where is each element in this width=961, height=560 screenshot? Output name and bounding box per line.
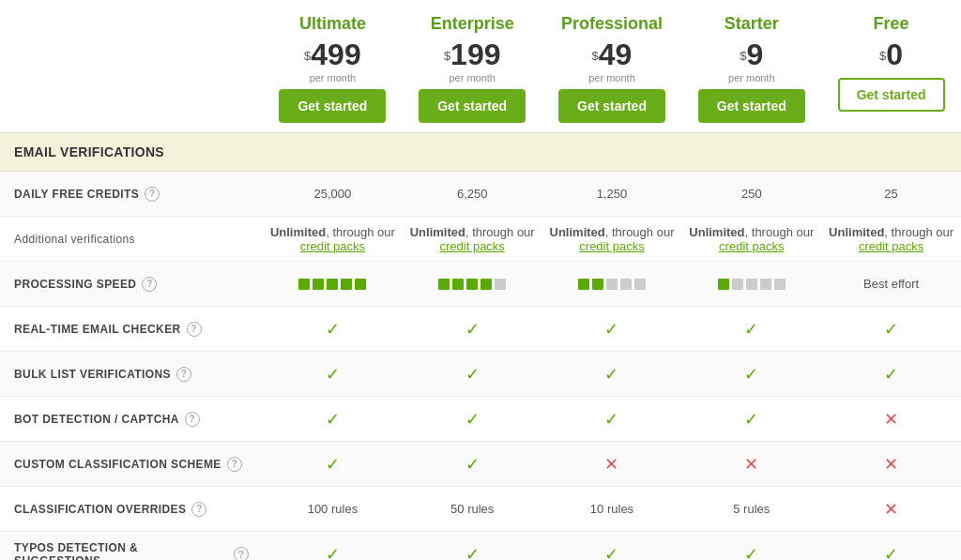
section-header: EMAIL VERIFICATIONS: [0, 132, 961, 172]
plan-price: $9per month: [686, 38, 816, 83]
info-icon[interactable]: ?: [191, 502, 206, 517]
cross-icon: ✕: [884, 455, 898, 474]
feature-label: PROCESSING SPEED?: [0, 267, 263, 301]
feature-cell: ✓: [263, 311, 403, 347]
price-amount: 9: [747, 38, 764, 71]
get-started-button-ultimate[interactable]: Get started: [279, 89, 386, 123]
speed-bar-filled: [466, 279, 478, 290]
plan-header-ultimate: Ultimate$499per monthGet started: [263, 9, 403, 128]
price-amount: 199: [450, 38, 500, 71]
feature-label: DAILY FREE CREDITS?: [0, 177, 263, 211]
plan-header-free: Free$0Get started: [821, 9, 961, 128]
feature-label-text: DAILY FREE CREDITS: [14, 188, 139, 201]
feature-row: BULK LIST VERIFICATIONS?✓✓✓✓✓: [0, 352, 961, 397]
get-started-button-enterprise[interactable]: Get started: [419, 89, 526, 123]
feature-label: BOT DETECTION / CAPTCHA?: [0, 402, 263, 436]
feature-row: CUSTOM CLASSIFICATION SCHEME?✓✓✕✕✕: [0, 442, 961, 487]
check-icon: ✓: [604, 545, 618, 560]
speed-bar-filled: [341, 279, 352, 290]
unlimited-text: Unlimited: [410, 225, 465, 239]
check-icon: ✓: [465, 320, 480, 339]
check-icon: ✓: [326, 545, 340, 560]
feature-cell: Unlimited, through our credit packs: [263, 218, 403, 261]
feature-cell: 5 rules: [681, 494, 821, 523]
plan-price: $499per month: [267, 38, 398, 83]
credit-text: Unlimited, through our credit packs: [547, 225, 678, 253]
feature-cell: ✕: [821, 401, 961, 437]
speed-bar-filled: [355, 279, 366, 290]
plan-header-enterprise: Enterprise$199per monthGet started: [403, 9, 542, 128]
speed-bar-filled: [718, 279, 729, 290]
feature-label-text: BOT DETECTION / CAPTCHA: [14, 413, 179, 426]
check-icon: ✓: [465, 455, 480, 474]
feature-label: REAL-TIME EMAIL CHECKER?: [0, 312, 263, 346]
speed-bar-empty: [760, 279, 771, 290]
info-icon[interactable]: ?: [176, 367, 191, 382]
check-icon: ✓: [326, 410, 340, 429]
feature-row: Additional verificationsUnlimited, throu…: [0, 217, 961, 262]
info-icon[interactable]: ?: [187, 322, 202, 337]
get-started-button-professional[interactable]: Get started: [558, 89, 665, 123]
feature-label: CLASSIFICATION OVERRIDES?: [0, 492, 263, 526]
feature-cell: ✕: [542, 446, 682, 482]
check-icon: ✓: [604, 365, 618, 384]
unlimited-text: Unlimited: [689, 225, 744, 239]
feature-cell: ✓: [821, 537, 961, 560]
speed-bar-filled: [592, 279, 603, 290]
dollar-sign: $: [592, 49, 599, 63]
feature-cell: ✓: [542, 311, 682, 347]
cross-icon: ✕: [744, 455, 758, 474]
price-amount: 0: [886, 38, 903, 71]
feature-label-text: PROCESSING SPEED: [14, 278, 136, 291]
info-icon[interactable]: ?: [227, 457, 242, 472]
feature-cell: ✓: [403, 356, 542, 392]
plan-name: Professional: [547, 14, 678, 34]
speed-bar-filled: [327, 279, 338, 290]
feature-cell: Unlimited, through our credit packs: [821, 218, 961, 261]
check-icon: ✓: [465, 545, 480, 560]
feature-cell: 6,250: [403, 179, 542, 208]
feature-cell: 25: [821, 179, 961, 208]
speed-bars: [686, 279, 816, 290]
pricing-table: Ultimate$499per monthGet startedEnterpri…: [0, 0, 961, 560]
info-icon[interactable]: ?: [142, 277, 157, 292]
check-icon: ✓: [465, 410, 480, 429]
section-title: EMAIL VERIFICATIONS: [0, 133, 961, 171]
credit-packs-link[interactable]: credit packs: [719, 239, 784, 253]
feature-cell: ✓: [403, 401, 542, 437]
speed-bar-empty: [620, 279, 632, 290]
feature-row: TYPOS DETECTION & SUGGESTIONS?✓✓✓✓✓: [0, 532, 961, 560]
feature-cell: [263, 271, 403, 297]
feature-cell: ✓: [263, 401, 403, 437]
check-icon: ✓: [884, 320, 898, 339]
plan-header-starter: Starter$9per monthGet started: [681, 9, 821, 128]
plan-header-professional: Professional$49per monthGet started: [542, 9, 682, 128]
feature-cell: Best effort: [821, 269, 961, 298]
cross-icon: ✕: [884, 500, 898, 519]
get-started-button-starter[interactable]: Get started: [698, 89, 805, 123]
check-icon: ✓: [604, 320, 618, 339]
feature-cell: 10 rules: [542, 494, 682, 523]
speed-bar-filled: [298, 279, 310, 290]
feature-cell: Unlimited, through our credit packs: [681, 218, 821, 261]
info-icon[interactable]: ?: [234, 547, 249, 560]
credit-text: Unlimited, through our credit packs: [407, 225, 538, 253]
feature-label: TYPOS DETECTION & SUGGESTIONS?: [0, 532, 263, 560]
feature-label: CUSTOM CLASSIFICATION SCHEME?: [0, 447, 263, 481]
credit-packs-link[interactable]: credit packs: [300, 239, 365, 253]
check-icon: ✓: [326, 455, 340, 474]
check-icon: ✓: [884, 545, 898, 560]
feature-cell: ✓: [821, 311, 961, 347]
credit-text: Unlimited, through our credit packs: [826, 225, 956, 253]
feature-cell: ✕: [821, 492, 961, 527]
info-icon[interactable]: ?: [145, 187, 160, 202]
speed-bar-filled: [578, 279, 589, 290]
credit-packs-link[interactable]: credit packs: [440, 239, 505, 253]
get-started-button-free[interactable]: Get started: [838, 78, 945, 112]
credit-packs-link[interactable]: credit packs: [579, 239, 644, 253]
cross-icon: ✕: [604, 455, 618, 474]
plan-price: $0: [826, 38, 956, 72]
credit-packs-link[interactable]: credit packs: [859, 239, 923, 253]
feature-cell: [681, 271, 821, 297]
info-icon[interactable]: ?: [185, 412, 200, 427]
